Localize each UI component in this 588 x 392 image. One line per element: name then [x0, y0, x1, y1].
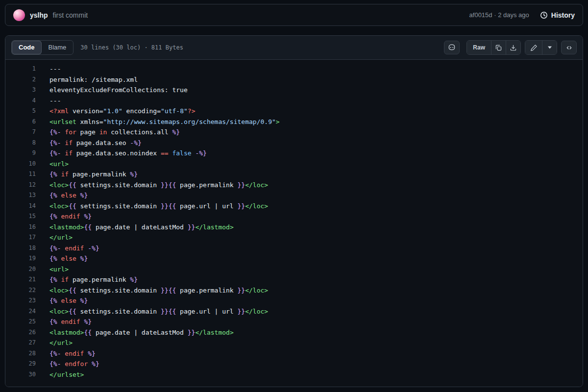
copy-icon	[495, 44, 502, 51]
line-number[interactable]: 11	[5, 169, 36, 180]
code-line: 20<url>	[5, 264, 583, 275]
code-text: <loc>{{ settings.site.domain }}{{ page.u…	[36, 201, 268, 212]
raw-button[interactable]: Raw	[467, 41, 491, 54]
line-number[interactable]: 7	[5, 127, 36, 138]
code-line: 22<loc>{{ settings.site.domain }}{{ page…	[5, 285, 583, 296]
avatar[interactable]	[13, 9, 25, 21]
line-number[interactable]: 24	[5, 306, 36, 317]
code-text: <lastmod>{{ page.date | dateLastMod }}</…	[36, 222, 234, 233]
code-blame-toggle: Code Blame	[11, 40, 74, 55]
code-line: 12<loc>{{ settings.site.domain }}{{ page…	[5, 180, 583, 191]
line-number[interactable]: 25	[5, 317, 36, 327]
line-number[interactable]: 19	[5, 253, 36, 264]
line-number[interactable]: 9	[5, 148, 36, 159]
history-clock-icon	[540, 11, 548, 19]
edit-group	[525, 40, 557, 55]
code-line: 25{% endif %}	[5, 317, 583, 327]
line-number[interactable]: 28	[5, 348, 36, 359]
line-number[interactable]: 21	[5, 274, 36, 285]
edit-button[interactable]	[525, 41, 542, 54]
code-line: 14<loc>{{ settings.site.domain }}{{ page…	[5, 201, 583, 212]
line-number[interactable]: 14	[5, 201, 36, 212]
code-text: <loc>{{ settings.site.domain }}{{ page.u…	[36, 306, 268, 317]
code-line: 16<lastmod>{{ page.date | dateLastMod }}…	[5, 222, 583, 233]
code-line: 15{% endif %}	[5, 211, 583, 222]
line-number[interactable]: 8	[5, 138, 36, 148]
code-text: <loc>{{ settings.site.domain }}{{ page.p…	[36, 180, 268, 191]
line-number[interactable]: 27	[5, 338, 36, 348]
tab-blame[interactable]: Blame	[42, 41, 74, 54]
tab-code[interactable]: Code	[12, 41, 42, 54]
commit-sha: af0015d	[469, 11, 492, 19]
code-text: <?xml version="1.0" encoding="utf-8"?>	[36, 106, 195, 117]
edit-dropdown-button[interactable]	[542, 41, 557, 54]
file-meta: 30 lines (30 loc) · 811 Bytes	[80, 44, 183, 51]
code-text: <url>	[36, 264, 69, 275]
line-number[interactable]: 4	[5, 96, 36, 106]
code-text: permalink: /sitemap.xml	[36, 74, 138, 85]
commit-author[interactable]: yslhp	[30, 11, 48, 19]
line-number[interactable]: 12	[5, 180, 36, 191]
code-text: eleventyExcludeFromCollections: true	[36, 85, 188, 96]
line-number[interactable]: 2	[5, 74, 36, 85]
line-number[interactable]: 5	[5, 106, 36, 117]
line-number[interactable]: 18	[5, 243, 36, 254]
code-line: 24<loc>{{ settings.site.domain }}{{ page…	[5, 306, 583, 317]
line-number[interactable]: 1	[5, 64, 36, 74]
code-lines: 1---2permalink: /sitemap.xml3eleventyExc…	[5, 60, 583, 387]
code-line: 18{%- endif -%}	[5, 243, 583, 254]
commit-message[interactable]: first commit	[53, 11, 88, 19]
code-line: 17</url>	[5, 232, 583, 243]
code-text: {%- endif -%}	[36, 243, 99, 254]
code-text: {%- endfor %}	[36, 359, 99, 369]
line-number[interactable]: 22	[5, 285, 36, 296]
line-number[interactable]: 16	[5, 222, 36, 233]
commit-time: 2 days ago	[498, 11, 529, 19]
code-text: {% endif %}	[36, 211, 92, 222]
code-text: <urlset xmlns="http://www.sitemaps.org/s…	[36, 117, 280, 127]
code-text: {% else %}	[36, 253, 88, 264]
code-text: ---	[36, 96, 61, 106]
line-number[interactable]: 17	[5, 232, 36, 243]
history-button[interactable]: History	[540, 11, 575, 19]
code-line: 11{% if page.permalink %}	[5, 169, 583, 180]
code-line: 9{%- if page.data.seo.noindex == false -…	[5, 148, 583, 159]
line-number[interactable]: 23	[5, 295, 36, 306]
line-number[interactable]: 30	[5, 369, 36, 380]
code-text: {% if page.permalink %}	[36, 274, 138, 285]
dot-separator: ·	[494, 11, 496, 19]
line-number[interactable]: 15	[5, 211, 36, 222]
line-number[interactable]: 10	[5, 159, 36, 170]
raw-copy-download-group: Raw	[466, 40, 521, 55]
line-number[interactable]: 3	[5, 85, 36, 96]
code-text: {% endif %}	[36, 317, 92, 327]
code-line: 19{% else %}	[5, 253, 583, 264]
code-line: 13{% else %}	[5, 190, 583, 201]
code-text: {%- if page.data.seo -%}	[36, 138, 142, 148]
commit-sha-time: af0015d · 2 days ago	[469, 11, 529, 19]
code-text: {% else %}	[36, 190, 88, 201]
file-toolbar: Code Blame 30 lines (30 loc) · 811 Bytes	[5, 36, 583, 60]
line-number[interactable]: 13	[5, 190, 36, 201]
code-text: </urlset>	[36, 369, 84, 380]
line-number[interactable]: 20	[5, 264, 36, 275]
copy-button[interactable]	[491, 41, 506, 54]
code-line: 29{%- endfor %}	[5, 359, 583, 369]
code-line: 27</url>	[5, 338, 583, 348]
code-text: <lastmod>{{ page.date | dateLastMod }}</…	[36, 327, 234, 338]
file-actions: Raw	[444, 40, 577, 55]
code-line: 8{%- if page.data.seo -%}	[5, 138, 583, 148]
code-text: {%- if page.data.seo.noindex == false -%…	[36, 148, 207, 159]
line-number[interactable]: 6	[5, 117, 36, 127]
symbols-button[interactable]	[561, 41, 577, 54]
code-text: </url>	[36, 338, 73, 348]
download-button[interactable]	[506, 41, 520, 54]
line-number[interactable]: 29	[5, 359, 36, 369]
line-number[interactable]: 26	[5, 327, 36, 338]
code-line: 21{% if page.permalink %}	[5, 274, 583, 285]
history-label: History	[551, 11, 575, 19]
copilot-button[interactable]	[444, 41, 460, 54]
code-line: 1---	[5, 64, 583, 74]
code-line: 5<?xml version="1.0" encoding="utf-8"?>	[5, 106, 583, 117]
code-text: {% if page.permalink %}	[36, 169, 138, 180]
